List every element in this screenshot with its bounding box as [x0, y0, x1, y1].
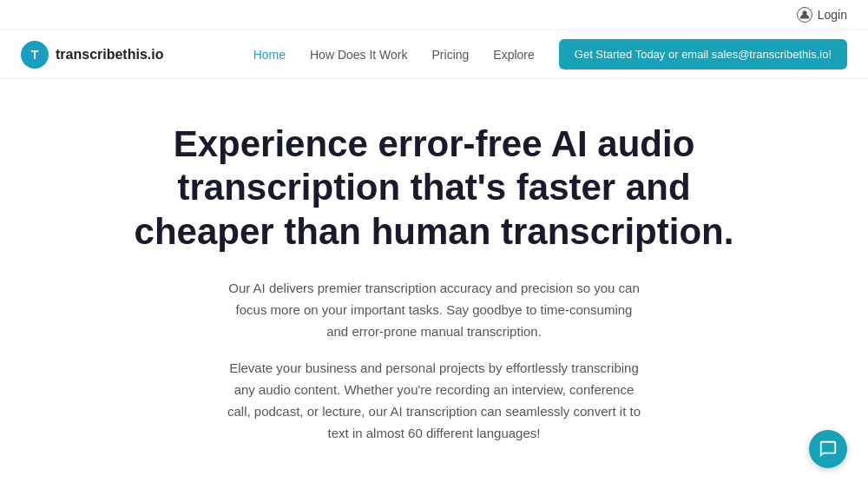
- nav-explore[interactable]: Explore: [493, 48, 534, 62]
- nav-links: Home How Does It Work Pricing Explore Ge…: [253, 39, 847, 69]
- nav-how-it-works[interactable]: How Does It Work: [310, 48, 408, 62]
- user-icon: [797, 7, 812, 23]
- logo-text: transcribethis.io: [56, 47, 163, 63]
- hero-desc-2: Elevate your business and personal proje…: [226, 358, 642, 444]
- hero-title: Experience error-free AI audio transcrip…: [104, 122, 764, 254]
- login-label: Login: [818, 8, 847, 22]
- logo[interactable]: T transcribethis.io: [21, 41, 163, 69]
- hero-desc-1: Our AI delivers premier transcription ac…: [226, 278, 642, 342]
- nav-home[interactable]: Home: [253, 48, 286, 62]
- login-link[interactable]: Login: [797, 7, 847, 23]
- chat-bubble-button[interactable]: [809, 430, 847, 468]
- cta-button[interactable]: Get Started Today or email sales@transcr…: [559, 39, 847, 69]
- hero-section: Experience error-free AI audio transcrip…: [0, 79, 868, 489]
- logo-icon: T: [21, 41, 49, 69]
- top-bar: Login: [0, 0, 868, 30]
- chat-icon: [819, 439, 838, 459]
- nav-pricing[interactable]: Pricing: [432, 48, 470, 62]
- navbar: T transcribethis.io Home How Does It Wor…: [0, 30, 868, 79]
